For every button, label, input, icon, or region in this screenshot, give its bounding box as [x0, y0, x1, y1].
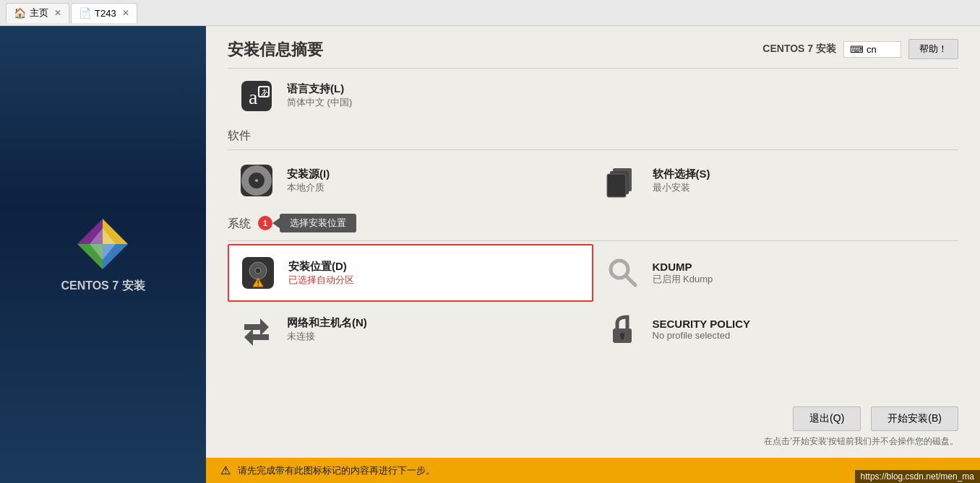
- lang-support-subtitle: 简体中文 (中国): [287, 96, 352, 109]
- install-dest-text: 安装位置(D) 已选择自动分区: [288, 260, 354, 287]
- install-dest-title: 安装位置(D): [288, 260, 354, 274]
- lock-icon: [604, 311, 640, 347]
- kdump-subtitle: 已启用 Kdump: [653, 273, 713, 286]
- software-section-label: 软件: [228, 129, 958, 144]
- system-section: 系统 1 选择安装位置: [228, 208, 958, 357]
- centos-version-label: CENTOS 7 安装: [762, 43, 836, 56]
- svg-text:a: a: [249, 86, 258, 108]
- warning-bar-text: 请先完成带有此图标标记的内容再进行下一步。: [238, 464, 435, 477]
- svg-rect-15: [607, 174, 626, 197]
- software-grid: 安装源(I) 本地介质: [228, 153, 958, 208]
- svg-rect-26: [621, 335, 624, 339]
- doc-icon: 📄: [79, 7, 91, 19]
- tab-t243[interactable]: 📄 T243 ✕: [71, 3, 137, 23]
- disk-warning-icon: !: [240, 255, 276, 291]
- network-icon: [238, 311, 275, 347]
- software-select-text: 软件选择(S) 最小安装: [653, 167, 710, 194]
- help-button[interactable]: 帮助！: [908, 39, 958, 59]
- tab-home-close[interactable]: ✕: [54, 8, 61, 18]
- svg-line-23: [626, 276, 635, 285]
- header-right: CENTOS 7 安装 ⌨ cn 帮助！: [762, 39, 958, 59]
- network-text: 网络和主机名(N) 未连接: [287, 316, 367, 343]
- lang-value: cn: [867, 44, 877, 55]
- localization-section: a あ 语言支持(L) 简体中文 (中国): [228, 68, 958, 120]
- kdump-icon: [604, 255, 640, 291]
- footer-buttons: 退出(Q) 开始安装(B): [793, 406, 958, 431]
- panel-footer: 退出(Q) 开始安装(B) 在点击'开始安装'按钮前我们并不会操作您的磁盘。: [206, 399, 980, 458]
- home-icon: 🏠: [14, 7, 26, 19]
- security-policy-title: SECURITY POLICY: [653, 318, 751, 330]
- footer-note: 在点击'开始安装'按钮前我们并不会操作您的磁盘。: [764, 435, 958, 448]
- page-title: 安装信息摘要: [228, 39, 323, 61]
- start-install-button[interactable]: 开始安装(B): [871, 406, 958, 431]
- svg-point-12: [255, 179, 258, 182]
- panel-header: 安装信息摘要 CENTOS 7 安装 ⌨ cn 帮助！: [206, 26, 980, 68]
- security-policy-text: SECURITY POLICY No profile selected: [653, 318, 751, 341]
- kdump-title: KDUMP: [653, 261, 713, 273]
- system-section-label: 系统: [228, 217, 251, 232]
- browser-chrome: 🏠 主页 ✕ 📄 T243 ✕: [0, 0, 980, 26]
- lang-icon: a あ: [238, 78, 275, 114]
- install-source-title: 安装源(I): [287, 167, 330, 181]
- software-section: 软件 安装源(I): [228, 129, 958, 208]
- main-area: CENTOS 7 安装 安装信息摘要 CENTOS 7 安装 ⌨ cn 帮助！: [0, 26, 980, 483]
- svg-text:!: !: [257, 279, 259, 287]
- tab-t243-close[interactable]: ✕: [122, 8, 129, 18]
- lang-support-tile[interactable]: a あ 语言支持(L) 简体中文 (中国): [228, 69, 593, 121]
- tab-home[interactable]: 🏠 主页 ✕: [6, 3, 69, 23]
- install-source-icon-wrap: [236, 160, 277, 201]
- network-title: 网络和主机名(N): [287, 316, 367, 330]
- svg-point-19: [255, 268, 261, 274]
- url-bar: https://blog.csdn.net/men_ma: [855, 470, 980, 483]
- network-icon-wrap: [236, 309, 277, 349]
- install-source-text: 安装源(I) 本地介质: [287, 167, 330, 194]
- install-location-tooltip: 选择安装位置: [280, 214, 356, 232]
- centos-brand-text: CENTOS 7 安装: [61, 279, 145, 294]
- security-policy-subtitle: No profile selected: [653, 330, 751, 341]
- kdump-tile[interactable]: KDUMP 已启用 Kdump: [593, 244, 959, 302]
- system-warning-badge: 1: [258, 216, 272, 230]
- sidebar: CENTOS 7 安装: [0, 26, 206, 483]
- right-panel: 安装信息摘要 CENTOS 7 安装 ⌨ cn 帮助！ a: [206, 26, 980, 483]
- kdump-text: KDUMP 已启用 Kdump: [653, 261, 713, 286]
- lang-support-text: 语言支持(L) 简体中文 (中国): [287, 82, 352, 109]
- network-tile[interactable]: 网络和主机名(N) 未连接: [228, 302, 593, 357]
- install-source-subtitle: 本地介质: [287, 181, 330, 194]
- network-subtitle: 未连接: [287, 330, 367, 343]
- install-source-tile[interactable]: 安装源(I) 本地介质: [228, 153, 593, 208]
- install-dest-wrapper: ! 安装位置(D) 已选择自动分区: [228, 244, 593, 302]
- kdump-icon-wrap: [602, 253, 642, 293]
- security-policy-tile[interactable]: SECURITY POLICY No profile selected: [593, 302, 959, 357]
- centos-diamond-icon: [74, 215, 132, 273]
- disc-icon: [238, 162, 275, 199]
- panel-content: a あ 语言支持(L) 简体中文 (中国) 软件: [206, 68, 980, 399]
- software-select-tile[interactable]: 软件选择(S) 最小安装: [593, 153, 959, 208]
- warning-bar-icon: ⚠: [220, 464, 231, 477]
- security-policy-icon-wrap: [602, 309, 642, 349]
- software-select-title: 软件选择(S): [653, 167, 710, 181]
- lang-input[interactable]: ⌨ cn: [843, 41, 901, 58]
- system-header: 系统 1 选择安装位置: [228, 208, 958, 238]
- software-select-icon-wrap: [602, 160, 642, 201]
- lang-icon-wrap: a あ: [236, 76, 277, 116]
- lang-support-title: 语言支持(L): [287, 82, 352, 96]
- package-icon: [604, 162, 640, 199]
- system-grid: ! 安装位置(D) 已选择自动分区: [228, 244, 958, 357]
- svg-text:あ: あ: [261, 87, 270, 97]
- install-dest-tile[interactable]: ! 安装位置(D) 已选择自动分区: [228, 244, 593, 302]
- install-dest-icon-wrap: !: [238, 253, 278, 293]
- centos-logo: CENTOS 7 安装: [61, 215, 145, 294]
- keyboard-icon: ⌨: [850, 44, 864, 55]
- software-select-subtitle: 最小安装: [653, 181, 710, 194]
- install-dest-subtitle: 已选择自动分区: [288, 274, 354, 287]
- exit-button[interactable]: 退出(Q): [793, 406, 861, 431]
